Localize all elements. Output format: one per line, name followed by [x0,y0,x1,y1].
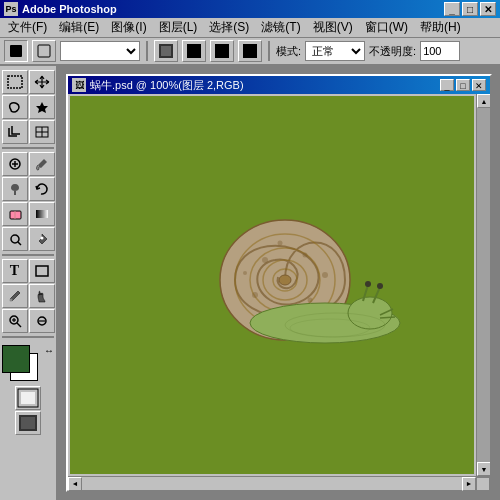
horizontal-scrollbar[interactable]: ◄ ► [68,476,490,490]
close-button[interactable]: ✕ [480,2,496,16]
tool-row-6 [2,202,55,226]
pen-tool[interactable] [29,227,55,251]
svg-rect-1 [38,45,50,57]
opacity-label: 不透明度: [369,44,416,59]
options-divider-1 [146,41,148,61]
options-bar: 模式: 正常 不透明度: [0,38,500,66]
scroll-right-btn[interactable]: ► [462,477,476,491]
eyedropper-tool[interactable] [2,284,28,308]
svg-rect-30 [21,392,35,404]
v-scroll-track[interactable] [477,108,490,462]
heal-tool[interactable] [2,152,28,176]
svg-rect-3 [161,46,171,56]
minimize-button[interactable]: _ [444,2,460,16]
tool-row-3 [2,120,55,144]
tool-divider-3 [2,336,54,338]
scroll-left-btn[interactable]: ◄ [68,477,82,491]
tool-row-9 [2,284,55,308]
svg-line-53 [380,317,395,318]
svg-point-44 [243,271,247,275]
tool-row-mask [15,386,41,410]
text-tool[interactable]: T [2,259,28,283]
tool-preset-btn-1[interactable] [4,40,28,62]
options-divider-2 [268,41,270,61]
stamp-tool[interactable] [2,177,28,201]
vertical-scrollbar[interactable]: ▲ ▼ [476,94,490,476]
zoom-tool[interactable] [2,309,28,333]
svg-rect-17 [36,210,48,218]
move-tool[interactable] [29,70,55,94]
eraser-tool[interactable] [2,202,28,226]
menu-file[interactable]: 文件(F) [2,17,53,38]
svg-rect-6 [243,44,257,58]
options-btn-4[interactable] [238,40,262,62]
svg-line-24 [17,323,21,327]
maximize-button[interactable]: □ [462,2,478,16]
svg-rect-14 [14,191,16,195]
menu-window[interactable]: 窗口(W) [359,17,414,38]
document-title-bar: 🖼 蜗牛.psd @ 100%(图层 2,RGB) _ □ ✕ [68,76,490,94]
dodge-tool[interactable] [2,227,28,251]
document-canvas[interactable] [70,96,474,474]
magic-wand-tool[interactable] [29,95,55,119]
swap-colors-icon[interactable]: ↔ [44,345,54,356]
menu-image[interactable]: 图像(I) [105,17,152,38]
menu-select[interactable]: 选择(S) [203,17,255,38]
lasso-tool[interactable] [2,95,28,119]
menu-edit[interactable]: 编辑(E) [53,17,105,38]
tool-divider-2 [2,254,54,256]
scroll-down-btn[interactable]: ▼ [477,462,490,476]
scrollbar-corner [476,477,490,491]
toolbar: T ↔ [0,66,58,500]
crop-tool[interactable] [2,120,28,144]
tool-row-7 [2,227,55,251]
text-tool-icon: T [10,263,19,279]
mode-select[interactable]: 正常 [305,41,365,61]
opacity-input[interactable] [420,41,460,61]
history-brush-tool[interactable] [29,177,55,201]
document-title: 蜗牛.psd @ 100%(图层 2,RGB) [90,78,244,93]
svg-point-40 [303,253,308,258]
standard-mode-btn[interactable] [15,386,41,410]
menu-layer[interactable]: 图层(L) [153,17,204,38]
canvas-area: 🖼 蜗牛.psd @ 100%(图层 2,RGB) _ □ ✕ [58,66,500,500]
menu-filter[interactable]: 滤镜(T) [255,17,306,38]
options-btn-1[interactable] [154,40,178,62]
extra-tool[interactable] [29,309,55,333]
tool-preset-dropdown[interactable] [60,41,140,61]
menu-bar: 文件(F) 编辑(E) 图像(I) 图层(L) 选择(S) 滤镜(T) 视图(V… [0,18,500,38]
tool-row-5 [2,177,55,201]
doc-minimize-btn[interactable]: _ [440,79,454,91]
color-preview[interactable]: ↔ [2,345,54,381]
svg-point-42 [308,298,313,303]
app-icon: Ps [4,2,18,16]
tool-row-8: T [2,259,55,283]
gradient-tool[interactable] [29,202,55,226]
svg-point-49 [377,283,383,289]
svg-point-20 [40,237,43,240]
svg-point-45 [278,241,283,246]
doc-close-btn[interactable]: ✕ [472,79,486,91]
mode-label: 模式: [276,44,301,59]
menu-view[interactable]: 视图(V) [307,17,359,38]
document-window: 🖼 蜗牛.psd @ 100%(图层 2,RGB) _ □ ✕ [66,74,492,492]
svg-point-18 [11,235,19,243]
brush-tool[interactable] [29,152,55,176]
scroll-up-btn[interactable]: ▲ [477,94,490,108]
slice-tool[interactable] [29,120,55,144]
svg-rect-21 [36,266,48,276]
snail-image [195,205,415,365]
tool-row-10 [2,309,55,333]
menu-help[interactable]: 帮助(H) [414,17,467,38]
foreground-color-swatch[interactable] [2,345,30,373]
shape-tool[interactable] [29,259,55,283]
screen-mode-btn[interactable] [15,411,41,435]
tool-preset-btn-2[interactable] [32,40,56,62]
options-btn-3[interactable] [210,40,234,62]
options-btn-2[interactable] [182,40,206,62]
doc-maximize-btn[interactable]: □ [456,79,470,91]
marquee-tool[interactable] [2,70,28,94]
tool-row-4 [2,152,55,176]
hand-tool[interactable] [29,284,55,308]
svg-line-19 [18,242,21,245]
